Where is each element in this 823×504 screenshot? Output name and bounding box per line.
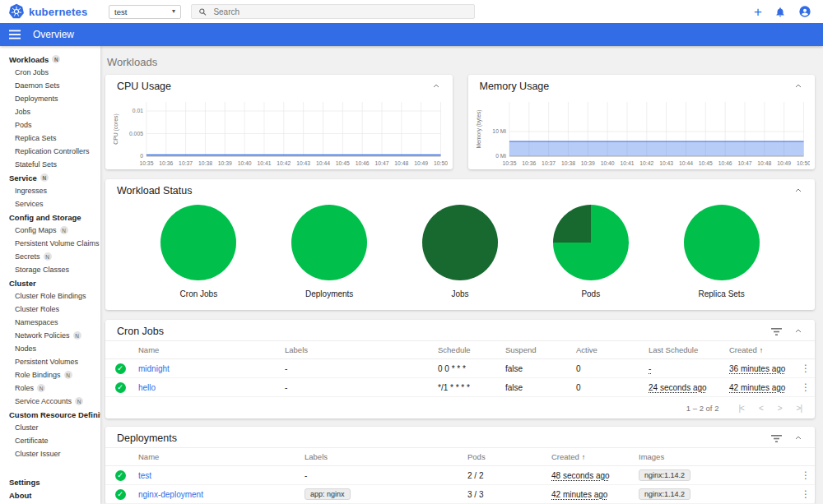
donut-chart[interactable] (160, 205, 236, 280)
cron-jobs-column-last-schedule[interactable]: Last Schedule (645, 341, 726, 359)
deployments-column-images[interactable]: Images (635, 448, 795, 466)
next-page-button[interactable]: > (778, 404, 782, 413)
deployments-table: NameLabelsPodsCreated↑Images ✓test-2 / 2… (105, 447, 815, 504)
collapse-icon[interactable] (793, 81, 803, 91)
deployment-created: 48 seconds ago (551, 471, 610, 480)
sidebar-item-config-maps[interactable]: Config MapsN (0, 224, 100, 237)
sidebar-item-daemon-sets[interactable]: Daemon Sets (0, 79, 100, 92)
deployment-row[interactable]: ✓nginx-deploymentapp: nginx3 / 342 minut… (105, 485, 815, 504)
cron-jobs-column-blank (105, 341, 135, 359)
sidebar-item-about[interactable]: About (0, 488, 100, 502)
chart-body: 10:3510:3610:3710:3810:3910:4010:4110:42… (468, 95, 816, 169)
sidebar-item-label: Storage Classes (15, 266, 69, 274)
deployments-column-labels[interactable]: Labels (301, 448, 464, 466)
collapse-icon[interactable] (431, 81, 441, 91)
kubernetes-logo[interactable]: kubernetes (8, 3, 94, 20)
sidebar-item-roles[interactable]: RolesN (0, 381, 100, 395)
search-input[interactable] (213, 7, 467, 16)
sidebar-item-persistent-volume-claims[interactable]: Persistent Volume ClaimsN (0, 237, 100, 250)
sidebar-item-deployments[interactable]: Deployments (0, 92, 100, 105)
cron-job-name-link[interactable]: midnight (138, 364, 170, 373)
sidebar-item-cluster-role-bindings[interactable]: Cluster Role Bindings (0, 289, 100, 303)
sidebar-item-settings[interactable]: Settings (0, 475, 100, 488)
deployments-column-name[interactable]: Name (135, 448, 301, 466)
donut-chart[interactable] (422, 205, 498, 280)
donut-label: Jobs (451, 289, 468, 298)
card-header: Memory Usage (468, 75, 816, 95)
filter-list-icon[interactable] (771, 327, 782, 336)
sidebar-section-service[interactable]: ServiceN (0, 171, 100, 184)
column-header-label: Name (138, 345, 159, 354)
svg-text:10:47: 10:47 (375, 160, 389, 166)
menu-icon[interactable] (9, 30, 21, 39)
sidebar-section-custom-resource-definitions: Custom Resource Definitions (0, 408, 100, 421)
sidebar-section-label: Config and Storage (9, 213, 81, 222)
pagination-controls: |< < > >| (738, 404, 802, 413)
sidebar-item-replica-sets[interactable]: Replica Sets (0, 132, 100, 145)
toolbar-title: Overview (33, 29, 74, 40)
sidebar-item-label: Namespaces (15, 318, 58, 326)
cron-jobs-column-name[interactable]: Name (135, 341, 281, 359)
search-bar[interactable] (191, 4, 475, 19)
sidebar-item-pods[interactable]: Pods (0, 118, 100, 132)
sidebar-item-namespaces[interactable]: Namespaces (0, 316, 100, 329)
sidebar-item-services[interactable]: Services (0, 197, 100, 210)
cron-jobs-column-suspend[interactable]: Suspend (502, 341, 573, 359)
cron-job-labels: - (285, 383, 287, 392)
account-icon[interactable] (798, 5, 811, 18)
cron-jobs-column-created[interactable]: Created↑ (726, 341, 795, 359)
filter-list-icon[interactable] (771, 434, 782, 443)
sidebar-item-nodes[interactable]: Nodes (0, 342, 100, 355)
deployments-column-pods[interactable]: Pods (464, 448, 548, 466)
svg-text:10:46: 10:46 (356, 160, 370, 166)
deployments-column-created[interactable]: Created↑ (548, 448, 635, 466)
namespace-selector[interactable]: test ▾ (109, 5, 181, 19)
sidebar-item-cluster-roles[interactable]: Cluster Roles (0, 303, 100, 316)
sidebar-item-jobs[interactable]: Jobs (0, 105, 100, 118)
image-chip: nginx:1.14.2 (639, 488, 690, 500)
deployment-name-link[interactable]: nginx-deployment (138, 490, 203, 499)
cron-job-name-link[interactable]: hello (138, 383, 156, 392)
sidebar-item-replication-controllers[interactable]: Replication Controllers (0, 145, 100, 158)
cron-job-row[interactable]: ✓midnight-0 0 * * *false0-36 minutes ago… (105, 359, 815, 378)
sidebar-item-label: Jobs (15, 108, 30, 116)
sidebar-item-persistent-volumes[interactable]: Persistent Volumes (0, 355, 100, 368)
row-menu-button[interactable]: ⋮ (798, 469, 813, 481)
sort-asc-icon: ↑ (582, 453, 586, 461)
deployment-name-link[interactable]: test (138, 471, 151, 480)
sidebar-section-workloads[interactable]: WorkloadsN (0, 53, 100, 66)
cron-jobs-column-active[interactable]: Active (573, 341, 645, 359)
last-page-button[interactable]: >| (797, 404, 802, 413)
deployment-row[interactable]: ✓test-2 / 248 seconds agonginx:1.14.2⋮ (105, 466, 815, 485)
column-header-label: Created (729, 345, 757, 354)
donut-chart[interactable] (291, 205, 367, 280)
sidebar-item-certificate[interactable]: Certificate (0, 434, 100, 447)
row-menu-button[interactable]: ⋮ (798, 381, 813, 393)
cron-job-row[interactable]: ✓hello-*/1 * * * *false024 seconds ago42… (105, 378, 815, 397)
sidebar-item-ingresses[interactable]: Ingresses (0, 184, 100, 197)
sidebar-item-cron-jobs[interactable]: Cron Jobs (0, 66, 100, 79)
prev-page-button[interactable]: < (759, 404, 763, 413)
sidebar-item-secrets[interactable]: SecretsN (0, 250, 100, 263)
row-menu-button[interactable]: ⋮ (798, 363, 813, 374)
collapse-icon[interactable] (793, 186, 803, 196)
sidebar-item-cluster[interactable]: Cluster (0, 421, 100, 434)
sidebar-item-stateful-sets[interactable]: Stateful Sets (0, 158, 100, 171)
sidebar-item-cluster-issuer[interactable]: Cluster Issuer (0, 447, 100, 460)
notifications-icon[interactable] (774, 6, 786, 18)
sidebar-item-network-policies[interactable]: Network PoliciesN (0, 329, 100, 342)
cron-jobs-column-labels[interactable]: Labels (281, 341, 435, 359)
donut-chart[interactable] (684, 205, 760, 280)
sidebar-item-storage-classes[interactable]: Storage Classes (0, 263, 100, 276)
collapse-icon[interactable] (793, 326, 803, 336)
create-button[interactable]: + (754, 5, 762, 19)
first-page-button[interactable]: |< (738, 404, 743, 413)
row-menu-button[interactable]: ⋮ (798, 488, 813, 500)
sidebar-item-service-accounts[interactable]: Service AccountsN (0, 395, 100, 408)
sidebar-item-role-bindings[interactable]: Role BindingsN (0, 368, 100, 381)
cron-job-last-schedule: - (649, 364, 651, 373)
sidebar-item-label: Deployments (15, 95, 58, 103)
collapse-icon[interactable] (793, 433, 803, 443)
cron-jobs-column-schedule[interactable]: Schedule (435, 341, 502, 359)
donut-chart[interactable] (553, 205, 629, 280)
